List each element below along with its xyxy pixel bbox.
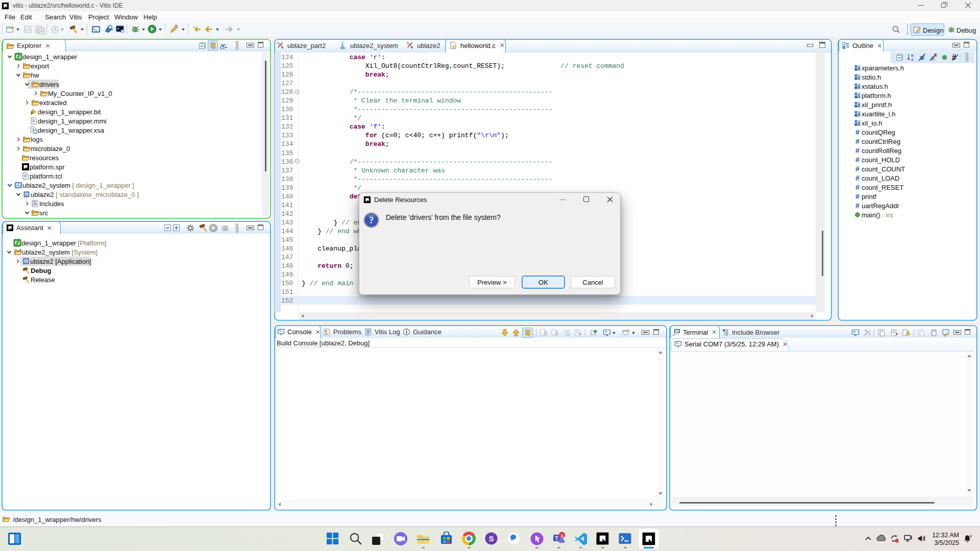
svg-text:1: 1 bbox=[560, 533, 564, 538]
svg-text:z: z bbox=[970, 534, 972, 538]
svg-text:T: T bbox=[555, 536, 558, 541]
svg-text:s: s bbox=[19, 248, 21, 252]
svg-text:S: S bbox=[489, 535, 494, 543]
svg-text:?: ? bbox=[369, 215, 374, 226]
